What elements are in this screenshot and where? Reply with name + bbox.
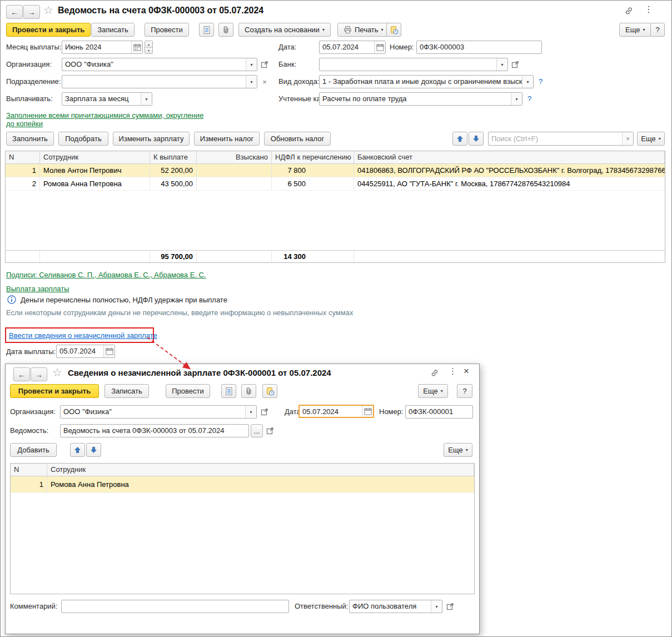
col-to-pay: К выплате bbox=[150, 151, 197, 163]
dlg-responsible-value: ФИО пользователя bbox=[350, 600, 431, 613]
spin-down-icon[interactable]: ▾ bbox=[145, 47, 152, 54]
print-button[interactable]: Печать ▾ bbox=[337, 23, 390, 37]
dlg-post-and-close-button[interactable]: Провести и закрыть bbox=[10, 384, 99, 398]
dlg-date-field[interactable]: 05.07.2024 bbox=[298, 405, 374, 418]
history-button[interactable] bbox=[386, 23, 401, 37]
dlg-help-button[interactable]: ? bbox=[457, 384, 472, 398]
bank-open-icon[interactable] bbox=[510, 58, 521, 71]
dlg-statement-field[interactable]: Ведомость на счета 0ФЗК-000003 от 05.07.… bbox=[60, 424, 249, 437]
bank-combo[interactable]: ▾ bbox=[319, 58, 508, 71]
department-combo[interactable]: ▾ bbox=[62, 75, 257, 88]
posting-journal-button[interactable] bbox=[199, 23, 214, 37]
dlg-organization-open-icon[interactable] bbox=[259, 405, 270, 419]
calendar-icon[interactable] bbox=[374, 41, 385, 53]
chevron-down-icon[interactable]: ▾ bbox=[245, 406, 256, 418]
change-tax-button[interactable]: Изменить налог bbox=[194, 132, 260, 146]
dlg-responsible-open-icon[interactable] bbox=[445, 600, 456, 613]
organization-open-icon[interactable] bbox=[259, 58, 270, 71]
accounted-as-help-link[interactable]: ? bbox=[527, 92, 531, 106]
dlg-nav-forward-button[interactable]: → bbox=[31, 367, 47, 381]
table-row[interactable]: 1 Молев Антон Петрович 52 200,00 7 800 0… bbox=[6, 164, 665, 177]
enter-unpaid-link[interactable]: Ввести сведения о незачисленной зарплате bbox=[9, 331, 157, 340]
chevron-down-icon[interactable]: ▾ bbox=[496, 58, 507, 71]
dlg-move-up-button[interactable] bbox=[70, 443, 85, 457]
table-row[interactable]: 1 Ромова Анна Петровна bbox=[11, 476, 474, 493]
more-button[interactable]: Еще ▾ bbox=[619, 23, 651, 37]
income-kind-help-link[interactable]: ? bbox=[539, 75, 542, 88]
number-field[interactable]: 0ФЗК-000003 bbox=[416, 41, 542, 54]
fill-settings-link[interactable]: Заполнение всеми причитающимися суммами,… bbox=[6, 111, 211, 128]
favorite-star-icon[interactable]: ☆ bbox=[43, 3, 53, 17]
move-up-button[interactable] bbox=[452, 132, 467, 146]
pay-date-field[interactable]: 05.07.2024 bbox=[56, 345, 115, 358]
calendar-icon[interactable] bbox=[103, 345, 115, 357]
chevron-down-icon[interactable]: ▾ bbox=[246, 58, 257, 71]
copy-link-icon[interactable] bbox=[624, 6, 634, 16]
spin-up-icon[interactable]: ▴ bbox=[145, 41, 152, 47]
kebab-menu-icon[interactable]: ⋮ bbox=[644, 4, 653, 14]
dlg-nav-back-button[interactable]: ← bbox=[13, 367, 30, 381]
dlg-history-button[interactable] bbox=[262, 384, 277, 398]
nav-forward-button[interactable]: → bbox=[23, 5, 40, 19]
calendar-icon[interactable] bbox=[131, 41, 142, 53]
dlg-add-button[interactable]: Добавить bbox=[10, 443, 57, 457]
chevron-down-icon: ▾ bbox=[441, 389, 443, 394]
dlg-copy-link-icon[interactable] bbox=[430, 369, 439, 377]
search-clear-icon[interactable]: × bbox=[622, 132, 633, 145]
dlg-statement-value: Ведомость на счета 0ФЗК-000003 от 05.07.… bbox=[61, 425, 248, 437]
dlg-kebab-menu-icon[interactable]: ⋮ bbox=[449, 366, 457, 376]
nav-back-button[interactable]: ← bbox=[6, 5, 23, 19]
dlg-number-field[interactable]: 0ФЗК-000001 bbox=[405, 405, 473, 419]
dlg-comment-field[interactable] bbox=[61, 600, 289, 613]
create-based-on-button[interactable]: Создать на основании ▾ bbox=[238, 23, 331, 37]
accounted-as-combo[interactable]: Расчеты по оплате труда ▾ bbox=[319, 92, 522, 106]
chevron-down-icon[interactable]: ▾ bbox=[511, 93, 522, 105]
income-kind-combo[interactable]: 1 - Заработная плата и иные доходы с огр… bbox=[319, 75, 534, 88]
dlg-statement-open-icon[interactable] bbox=[265, 424, 276, 437]
chevron-down-icon[interactable]: ▾ bbox=[141, 93, 152, 105]
search-input[interactable] bbox=[489, 132, 622, 145]
table-more-button[interactable]: Еще ▾ bbox=[637, 132, 665, 146]
month-field[interactable]: Июнь 2024 bbox=[62, 41, 143, 54]
attachments-button[interactable] bbox=[218, 23, 233, 37]
row-collected bbox=[197, 177, 272, 191]
save-button[interactable]: Записать bbox=[91, 23, 135, 37]
dlg-statement-choose-button[interactable]: ... bbox=[251, 424, 263, 437]
post-and-close-button[interactable]: Провести и закрыть bbox=[6, 23, 91, 37]
move-down-button[interactable] bbox=[469, 132, 484, 146]
dlg-attachments-button[interactable] bbox=[241, 384, 256, 398]
dlg-more-button[interactable]: Еще ▾ bbox=[418, 384, 448, 398]
calendar-icon[interactable] bbox=[362, 406, 373, 417]
post-button[interactable]: Провести bbox=[145, 23, 189, 37]
search-field[interactable]: × bbox=[488, 132, 634, 146]
organization-combo[interactable]: ООО "Физика" ▾ bbox=[62, 58, 257, 71]
fill-button[interactable]: Заполнить bbox=[6, 132, 54, 146]
table-row[interactable]: 2 Ромова Анна Петровна 43 500,00 6 500 0… bbox=[6, 177, 665, 191]
chevron-down-icon[interactable]: ▾ bbox=[522, 76, 533, 88]
chevron-down-icon[interactable]: ▾ bbox=[431, 600, 442, 613]
signatures-link[interactable]: Подписи: Селиванов С. П., Абрамова Е. С.… bbox=[6, 271, 206, 279]
dlg-close-icon[interactable]: × bbox=[464, 366, 469, 377]
dlg-comment-input[interactable] bbox=[62, 600, 288, 613]
dlg-organization-combo[interactable]: ООО "Физика" ▾ bbox=[60, 405, 257, 419]
dlg-table-more-button[interactable]: Еще ▾ bbox=[444, 443, 472, 457]
salary-payment-link[interactable]: Выплата зарплаты bbox=[6, 285, 69, 293]
document-lines-icon bbox=[202, 26, 211, 34]
pick-button[interactable]: Подобрать bbox=[58, 132, 108, 146]
date-field[interactable]: 05.07.2024 bbox=[319, 41, 386, 54]
department-label: Подразделение: bbox=[6, 75, 61, 88]
help-button[interactable]: ? bbox=[650, 23, 665, 37]
dlg-move-down-button[interactable] bbox=[86, 443, 101, 457]
dlg-responsible-combo[interactable]: ФИО пользователя ▾ bbox=[349, 600, 442, 613]
dlg-favorite-star-icon[interactable]: ☆ bbox=[52, 366, 62, 379]
change-salary-button[interactable]: Изменить зарплату bbox=[113, 132, 190, 146]
payout-combo[interactable]: Зарплата за месяц ▾ bbox=[62, 92, 152, 106]
month-spinner[interactable]: ▴ ▾ bbox=[145, 41, 153, 54]
dlg-posting-journal-button[interactable] bbox=[221, 384, 236, 398]
dlg-save-button[interactable]: Записать bbox=[104, 384, 149, 398]
dlg-more-label: Еще bbox=[423, 387, 437, 395]
chevron-down-icon[interactable]: ▾ bbox=[246, 76, 257, 88]
department-clear-icon[interactable]: × bbox=[259, 75, 270, 88]
refresh-tax-button[interactable]: Обновить налог bbox=[264, 132, 331, 146]
dlg-post-button[interactable]: Провести bbox=[166, 384, 210, 398]
